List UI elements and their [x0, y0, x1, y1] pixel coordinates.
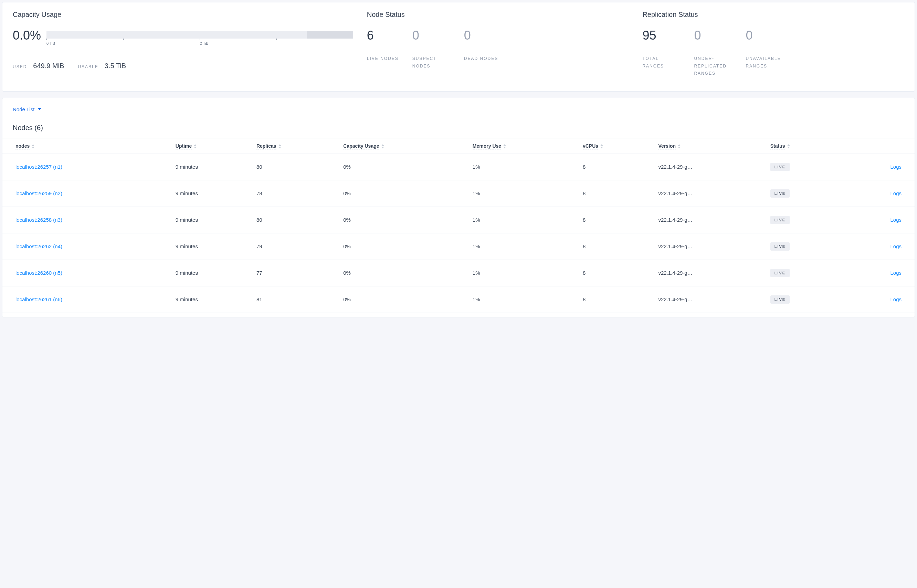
cell-memory: 1%: [468, 207, 579, 233]
nodes-heading: Nodes (6): [2, 114, 915, 138]
col-header-Status[interactable]: Status: [766, 138, 840, 153]
capacity-usable-value: 3.5 TiB: [105, 62, 126, 70]
logs-link[interactable]: Logs: [890, 217, 901, 223]
col-header-Capacity Usage[interactable]: Capacity Usage: [339, 138, 468, 153]
table-row: localhost:26260 (n5)9 minutes770%1%8v22.…: [2, 260, 915, 286]
cell-replicas: 78: [252, 180, 339, 207]
cell-version: v22.1.4-29-g…: [654, 286, 766, 313]
cell-status: LIVE: [766, 180, 840, 207]
col-header-label: nodes: [16, 143, 30, 149]
replication-status-title: Replication Status: [642, 11, 904, 19]
col-header-Version[interactable]: Version: [654, 138, 766, 153]
node-link[interactable]: localhost:26258 (n3): [16, 217, 62, 223]
capacity-bar-fill: [307, 31, 353, 39]
status-badge: LIVE: [770, 269, 789, 277]
col-header-Memory Use[interactable]: Memory Use: [468, 138, 579, 153]
node-link[interactable]: localhost:26261 (n6): [16, 296, 62, 302]
cell-capacity: 0%: [339, 153, 468, 180]
table-row: localhost:26258 (n3)9 minutes800%1%8v22.…: [2, 207, 915, 233]
replication-status-label-2: UNAVAILABLE RANGES: [746, 55, 783, 70]
capacity-bar: [47, 31, 353, 39]
cell-status: LIVE: [766, 153, 840, 180]
cell-status: LIVE: [766, 233, 840, 260]
cell-vcpus: 8: [579, 153, 654, 180]
node-status-value-0: 6: [367, 28, 399, 43]
replication-status-value-0: 95: [642, 28, 680, 43]
capacity-percent: 0.0%: [13, 28, 41, 43]
summary-card: Capacity Usage 0.0% 0 TiB 2 TiB: [2, 2, 915, 92]
capacity-title: Capacity Usage: [13, 11, 353, 19]
cell-memory: 1%: [468, 260, 579, 286]
cell-vcpus: 8: [579, 260, 654, 286]
node-status-item-0: 6LIVE NODES: [367, 28, 399, 70]
node-link[interactable]: localhost:26260 (n5): [16, 270, 62, 276]
node-status-item-1: 0SUSPECT NODES: [412, 28, 450, 70]
node-list-dropdown-label: Node List: [13, 107, 34, 112]
capacity-ticks: 0 TiB 2 TiB: [47, 40, 353, 45]
cell-version: v22.1.4-29-g…: [654, 153, 766, 180]
cell-node: localhost:26261 (n6): [2, 286, 171, 313]
logs-link[interactable]: Logs: [890, 270, 901, 276]
replication-status-label-1: UNDER-REPLICATED RANGES: [694, 55, 732, 78]
status-badge: LIVE: [770, 242, 789, 250]
node-link[interactable]: localhost:26259 (n2): [16, 191, 62, 196]
col-header-Replicas[interactable]: Replicas: [252, 138, 339, 153]
cell-node: localhost:26258 (n3): [2, 207, 171, 233]
status-badge: LIVE: [770, 296, 789, 304]
sort-icon: [278, 144, 281, 149]
col-header-vCPUs[interactable]: vCPUs: [579, 138, 654, 153]
cell-uptime: 9 minutes: [171, 207, 252, 233]
node-link[interactable]: localhost:26262 (n4): [16, 243, 62, 249]
logs-link[interactable]: Logs: [890, 296, 901, 302]
cell-uptime: 9 minutes: [171, 233, 252, 260]
cell-memory: 1%: [468, 180, 579, 207]
cell-logs: Logs: [840, 153, 915, 180]
col-header-label: vCPUs: [583, 143, 598, 149]
cell-replicas: 81: [252, 286, 339, 313]
replication-status-item-1: 0UNDER-REPLICATED RANGES: [694, 28, 732, 78]
cell-logs: Logs: [840, 180, 915, 207]
sort-icon: [194, 144, 197, 149]
node-status-title: Node Status: [367, 11, 629, 19]
node-list-dropdown[interactable]: Node List: [2, 104, 41, 114]
replication-status-label-0: TOTAL RANGES: [642, 55, 680, 70]
cell-capacity: 0%: [339, 233, 468, 260]
logs-link[interactable]: Logs: [890, 243, 901, 249]
cell-replicas: 77: [252, 260, 339, 286]
cell-node: localhost:26259 (n2): [2, 180, 171, 207]
cell-memory: 1%: [468, 233, 579, 260]
capacity-tick-2: 2 TiB: [200, 41, 208, 45]
cell-status: LIVE: [766, 286, 840, 313]
capacity-used-value: 649.9 MiB: [33, 62, 64, 70]
cell-uptime: 9 minutes: [171, 180, 252, 207]
cell-node: localhost:26262 (n4): [2, 233, 171, 260]
sort-icon: [678, 144, 681, 149]
cell-vcpus: 8: [579, 207, 654, 233]
replication-status-value-2: 0: [746, 28, 783, 43]
col-header-nodes[interactable]: nodes: [2, 138, 171, 153]
sort-icon: [32, 144, 34, 149]
sort-icon: [503, 144, 506, 149]
status-badge: LIVE: [770, 189, 789, 198]
cell-replicas: 80: [252, 207, 339, 233]
logs-link[interactable]: Logs: [890, 191, 901, 196]
col-header-label: Version: [658, 143, 676, 149]
node-status-label-2: DEAD NODES: [464, 55, 498, 63]
replication-status-item-2: 0UNAVAILABLE RANGES: [746, 28, 783, 78]
cell-logs: Logs: [840, 207, 915, 233]
table-row: localhost:26257 (n1)9 minutes800%1%8v22.…: [2, 153, 915, 180]
node-status-value-1: 0: [412, 28, 450, 43]
node-status-item-2: 0DEAD NODES: [464, 28, 498, 70]
table-row: localhost:26261 (n6)9 minutes810%1%8v22.…: [2, 286, 915, 313]
status-badge: LIVE: [770, 216, 789, 224]
cell-vcpus: 8: [579, 286, 654, 313]
cell-replicas: 80: [252, 153, 339, 180]
col-header-label: Replicas: [257, 143, 276, 149]
logs-link[interactable]: Logs: [890, 164, 901, 170]
col-header-Uptime[interactable]: Uptime: [171, 138, 252, 153]
node-link[interactable]: localhost:26257 (n1): [16, 164, 62, 170]
cell-capacity: 0%: [339, 180, 468, 207]
cell-node: localhost:26257 (n1): [2, 153, 171, 180]
col-header-label: Capacity Usage: [343, 143, 379, 149]
capacity-usable-label: USABLE: [78, 65, 98, 69]
